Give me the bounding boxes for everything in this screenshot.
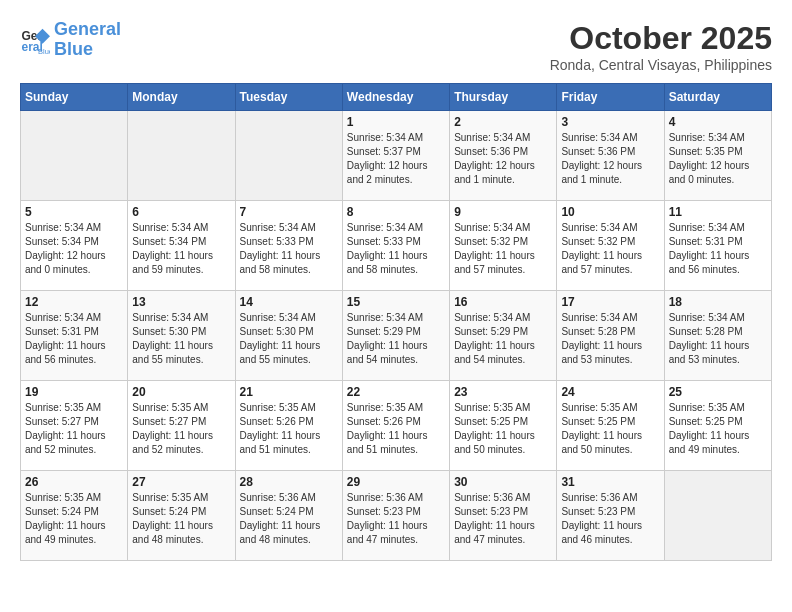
calendar-cell: 13Sunrise: 5:34 AM Sunset: 5:30 PM Dayli… [128, 291, 235, 381]
calendar-cell: 5Sunrise: 5:34 AM Sunset: 5:34 PM Daylig… [21, 201, 128, 291]
day-info: Sunrise: 5:34 AM Sunset: 5:28 PM Dayligh… [669, 311, 767, 367]
day-info: Sunrise: 5:36 AM Sunset: 5:24 PM Dayligh… [240, 491, 338, 547]
calendar-cell: 8Sunrise: 5:34 AM Sunset: 5:33 PM Daylig… [342, 201, 449, 291]
day-number: 12 [25, 295, 123, 309]
day-number: 13 [132, 295, 230, 309]
calendar-cell: 18Sunrise: 5:34 AM Sunset: 5:28 PM Dayli… [664, 291, 771, 381]
day-number: 31 [561, 475, 659, 489]
day-info: Sunrise: 5:36 AM Sunset: 5:23 PM Dayligh… [454, 491, 552, 547]
day-info: Sunrise: 5:34 AM Sunset: 5:34 PM Dayligh… [25, 221, 123, 277]
day-info: Sunrise: 5:34 AM Sunset: 5:33 PM Dayligh… [347, 221, 445, 277]
day-info: Sunrise: 5:34 AM Sunset: 5:29 PM Dayligh… [454, 311, 552, 367]
calendar-cell: 30Sunrise: 5:36 AM Sunset: 5:23 PM Dayli… [450, 471, 557, 561]
day-info: Sunrise: 5:34 AM Sunset: 5:31 PM Dayligh… [669, 221, 767, 277]
weekday-header-saturday: Saturday [664, 84, 771, 111]
weekday-header-thursday: Thursday [450, 84, 557, 111]
day-number: 1 [347, 115, 445, 129]
svg-text:Blue: Blue [38, 46, 50, 55]
day-info: Sunrise: 5:34 AM Sunset: 5:34 PM Dayligh… [132, 221, 230, 277]
day-info: Sunrise: 5:35 AM Sunset: 5:26 PM Dayligh… [240, 401, 338, 457]
logo-text: GeneralBlue [54, 20, 121, 60]
day-info: Sunrise: 5:34 AM Sunset: 5:29 PM Dayligh… [347, 311, 445, 367]
day-info: Sunrise: 5:36 AM Sunset: 5:23 PM Dayligh… [561, 491, 659, 547]
day-number: 27 [132, 475, 230, 489]
day-number: 4 [669, 115, 767, 129]
day-info: Sunrise: 5:34 AM Sunset: 5:32 PM Dayligh… [454, 221, 552, 277]
day-info: Sunrise: 5:35 AM Sunset: 5:25 PM Dayligh… [561, 401, 659, 457]
day-number: 30 [454, 475, 552, 489]
day-number: 6 [132, 205, 230, 219]
day-info: Sunrise: 5:34 AM Sunset: 5:28 PM Dayligh… [561, 311, 659, 367]
calendar-cell: 3Sunrise: 5:34 AM Sunset: 5:36 PM Daylig… [557, 111, 664, 201]
weekday-header-wednesday: Wednesday [342, 84, 449, 111]
day-number: 18 [669, 295, 767, 309]
calendar-cell: 23Sunrise: 5:35 AM Sunset: 5:25 PM Dayli… [450, 381, 557, 471]
day-number: 16 [454, 295, 552, 309]
day-info: Sunrise: 5:35 AM Sunset: 5:27 PM Dayligh… [25, 401, 123, 457]
calendar-cell: 11Sunrise: 5:34 AM Sunset: 5:31 PM Dayli… [664, 201, 771, 291]
day-info: Sunrise: 5:34 AM Sunset: 5:33 PM Dayligh… [240, 221, 338, 277]
calendar-cell [235, 111, 342, 201]
calendar-cell: 10Sunrise: 5:34 AM Sunset: 5:32 PM Dayli… [557, 201, 664, 291]
calendar-cell: 31Sunrise: 5:36 AM Sunset: 5:23 PM Dayli… [557, 471, 664, 561]
day-number: 8 [347, 205, 445, 219]
weekday-header-sunday: Sunday [21, 84, 128, 111]
day-info: Sunrise: 5:36 AM Sunset: 5:23 PM Dayligh… [347, 491, 445, 547]
day-number: 23 [454, 385, 552, 399]
day-info: Sunrise: 5:35 AM Sunset: 5:24 PM Dayligh… [132, 491, 230, 547]
day-info: Sunrise: 5:34 AM Sunset: 5:30 PM Dayligh… [240, 311, 338, 367]
day-info: Sunrise: 5:34 AM Sunset: 5:36 PM Dayligh… [454, 131, 552, 187]
calendar-cell: 22Sunrise: 5:35 AM Sunset: 5:26 PM Dayli… [342, 381, 449, 471]
title-block: October 2025 Ronda, Central Visayas, Phi… [550, 20, 772, 73]
calendar-cell: 2Sunrise: 5:34 AM Sunset: 5:36 PM Daylig… [450, 111, 557, 201]
page-header: Gen eral Blue GeneralBlue October 2025 R… [20, 20, 772, 73]
calendar-week-4: 19Sunrise: 5:35 AM Sunset: 5:27 PM Dayli… [21, 381, 772, 471]
calendar-cell: 24Sunrise: 5:35 AM Sunset: 5:25 PM Dayli… [557, 381, 664, 471]
calendar-cell [664, 471, 771, 561]
calendar-cell: 26Sunrise: 5:35 AM Sunset: 5:24 PM Dayli… [21, 471, 128, 561]
calendar-cell: 6Sunrise: 5:34 AM Sunset: 5:34 PM Daylig… [128, 201, 235, 291]
calendar-cell: 4Sunrise: 5:34 AM Sunset: 5:35 PM Daylig… [664, 111, 771, 201]
calendar-cell: 28Sunrise: 5:36 AM Sunset: 5:24 PM Dayli… [235, 471, 342, 561]
day-number: 5 [25, 205, 123, 219]
calendar-cell: 12Sunrise: 5:34 AM Sunset: 5:31 PM Dayli… [21, 291, 128, 381]
day-number: 21 [240, 385, 338, 399]
day-info: Sunrise: 5:34 AM Sunset: 5:37 PM Dayligh… [347, 131, 445, 187]
calendar-cell: 19Sunrise: 5:35 AM Sunset: 5:27 PM Dayli… [21, 381, 128, 471]
weekday-header-monday: Monday [128, 84, 235, 111]
day-info: Sunrise: 5:34 AM Sunset: 5:36 PM Dayligh… [561, 131, 659, 187]
day-info: Sunrise: 5:35 AM Sunset: 5:26 PM Dayligh… [347, 401, 445, 457]
page-title: October 2025 [550, 20, 772, 57]
calendar-cell: 7Sunrise: 5:34 AM Sunset: 5:33 PM Daylig… [235, 201, 342, 291]
day-info: Sunrise: 5:34 AM Sunset: 5:32 PM Dayligh… [561, 221, 659, 277]
calendar-cell: 17Sunrise: 5:34 AM Sunset: 5:28 PM Dayli… [557, 291, 664, 381]
day-info: Sunrise: 5:35 AM Sunset: 5:27 PM Dayligh… [132, 401, 230, 457]
weekday-header-friday: Friday [557, 84, 664, 111]
day-number: 14 [240, 295, 338, 309]
day-number: 22 [347, 385, 445, 399]
day-number: 15 [347, 295, 445, 309]
day-info: Sunrise: 5:35 AM Sunset: 5:25 PM Dayligh… [669, 401, 767, 457]
calendar-cell: 25Sunrise: 5:35 AM Sunset: 5:25 PM Dayli… [664, 381, 771, 471]
day-info: Sunrise: 5:34 AM Sunset: 5:35 PM Dayligh… [669, 131, 767, 187]
day-number: 7 [240, 205, 338, 219]
calendar-cell: 20Sunrise: 5:35 AM Sunset: 5:27 PM Dayli… [128, 381, 235, 471]
weekday-header-tuesday: Tuesday [235, 84, 342, 111]
logo-icon: Gen eral Blue [20, 25, 50, 55]
calendar-cell: 27Sunrise: 5:35 AM Sunset: 5:24 PM Dayli… [128, 471, 235, 561]
day-number: 24 [561, 385, 659, 399]
day-number: 19 [25, 385, 123, 399]
calendar-cell [21, 111, 128, 201]
day-number: 25 [669, 385, 767, 399]
calendar-table: SundayMondayTuesdayWednesdayThursdayFrid… [20, 83, 772, 561]
calendar-cell: 9Sunrise: 5:34 AM Sunset: 5:32 PM Daylig… [450, 201, 557, 291]
day-number: 17 [561, 295, 659, 309]
calendar-cell: 15Sunrise: 5:34 AM Sunset: 5:29 PM Dayli… [342, 291, 449, 381]
calendar-cell: 29Sunrise: 5:36 AM Sunset: 5:23 PM Dayli… [342, 471, 449, 561]
day-number: 2 [454, 115, 552, 129]
day-number: 9 [454, 205, 552, 219]
calendar-week-3: 12Sunrise: 5:34 AM Sunset: 5:31 PM Dayli… [21, 291, 772, 381]
day-number: 26 [25, 475, 123, 489]
day-info: Sunrise: 5:34 AM Sunset: 5:30 PM Dayligh… [132, 311, 230, 367]
calendar-cell: 21Sunrise: 5:35 AM Sunset: 5:26 PM Dayli… [235, 381, 342, 471]
